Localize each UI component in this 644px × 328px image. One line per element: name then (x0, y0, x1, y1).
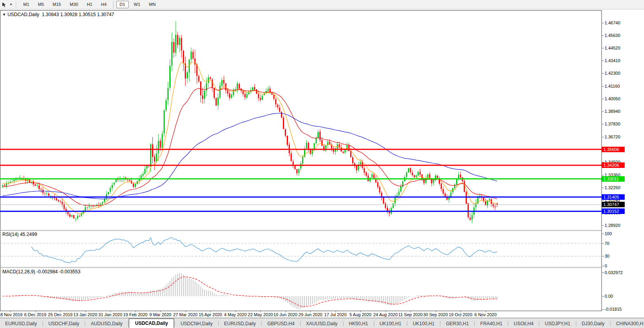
chart-canvas[interactable] (0, 10, 601, 311)
date-axis-label: 13 Jan 2020 (73, 312, 97, 317)
current-price-badge: 1.30747 (602, 202, 625, 207)
price-axis-tick: 1.40050 (605, 96, 620, 101)
chart-ohlc-values: 1.30843 1.30928 1.30515 1.30747 (42, 12, 114, 17)
date-axis-label: 24 Aug 2020 (373, 312, 398, 317)
date-axis-label: 27 Mar 2020 (173, 312, 198, 317)
chart-window: ▼USDCAD,Daily 1.30843 1.30928 1.30515 1.… (0, 10, 644, 318)
price-axis-tick: 1.42300 (605, 71, 620, 76)
chart-tab-bar: EURUSD,DailyUSDCHF,DailyAUDUSD,DailyUSDC… (0, 318, 644, 328)
price-axis[interactable]: 1.467401.456301.445201.434101.423001.411… (601, 10, 644, 311)
timeframe-button-m1[interactable]: M1 (20, 1, 33, 8)
chart-tab-usdcad-daily[interactable]: USDCAD,Daily (129, 319, 174, 328)
tab-separator (440, 321, 440, 326)
rsi-axis-tick: 30 (605, 254, 609, 258)
tab-separator (218, 321, 219, 326)
date-axis-label: 30 Sep 2020 (423, 312, 447, 317)
rsi-axis-tick: 100 (605, 231, 612, 236)
timeframe-button-m30[interactable]: M30 (66, 1, 82, 8)
timeframe-button-h1[interactable]: H1 (83, 1, 96, 8)
chart-tab-usdjpy-h1[interactable]: USDJPY,H1 (540, 319, 575, 328)
tab-separator (610, 321, 611, 326)
chart-tab-eurusd-daily[interactable]: EURUSD,Daily (219, 319, 261, 328)
toolbar-grip-handle[interactable] (15, 2, 17, 8)
price-axis-tick: 1.41160 (605, 84, 620, 88)
chart-tab-xauusd-daily[interactable]: XAUUSD,Daily (301, 319, 343, 328)
chart-tab-usdcnh-daily[interactable]: USDCNH,Daily (175, 319, 217, 328)
tab-separator (474, 321, 475, 326)
tab-separator (261, 321, 262, 326)
timeframe-button-m15[interactable]: M15 (49, 1, 65, 8)
date-axis-label: 11 Sep 2020 (398, 312, 423, 317)
date-axis-label: 25 Dec 2019 (48, 312, 72, 317)
timeframe-button-mn[interactable]: MN (145, 1, 159, 8)
price-axis-tick: 1.45630 (605, 33, 620, 38)
date-axis-label: 10 Jun 2020 (273, 312, 297, 317)
rsi-indicator-label: RSI(14) 45.2499 (2, 232, 37, 237)
date-axis-label: 29 Jun 2020 (299, 312, 323, 317)
timeframe-button-m5[interactable]: M5 (34, 1, 47, 8)
price-axis-tick: 1.38940 (605, 109, 620, 114)
date-axis-label: 19 Oct 2020 (449, 312, 472, 317)
tab-separator (374, 321, 374, 326)
chart-tab-ger30-h1[interactable]: GER30,H1 (441, 319, 474, 328)
chart-panes[interactable]: ▼USDCAD,Daily 1.30843 1.30928 1.30515 1.… (0, 10, 601, 311)
date-axis-label: 22 May 2020 (248, 312, 273, 317)
level-price-badge: 1.30152 (602, 208, 625, 214)
price-axis-tick: 1.28920 (605, 223, 620, 228)
macd-axis-tick: 0.032972 (605, 270, 623, 275)
tab-separator (43, 321, 43, 326)
timeframe-button-w1[interactable]: W1 (130, 1, 144, 8)
level-price-badge: 1.34206 (602, 162, 625, 168)
chart-tab-china300-h1[interactable]: CHINA300,H1 (611, 319, 644, 328)
date-axis-label: 9 Mar 2020 (149, 312, 171, 317)
tab-separator (128, 321, 128, 326)
chart-tab-eurusd-daily[interactable]: EURUSD,Daily (0, 319, 42, 328)
price-axis-tick: 1.36720 (605, 135, 620, 139)
price-axis-tick: 1.44520 (605, 46, 620, 50)
date-axis-label: 31 Jan 2020 (98, 312, 122, 317)
tab-separator (539, 321, 539, 326)
chart-tab-audusd-daily[interactable]: AUDUSD,Daily (85, 319, 128, 328)
date-axis-label: 19 Feb 2020 (123, 312, 148, 317)
rsi-axis-tick: 0 (605, 264, 607, 268)
chart-cursor-icon[interactable] (0, 2, 8, 8)
toolbar-separator (113, 1, 113, 8)
date-axis-label: 5 Aug 2020 (349, 312, 371, 317)
top-toolbar: ▼ M1M5M15M30H1H4 D1W1MN (0, 0, 644, 9)
price-axis-tick: 1.37830 (605, 122, 620, 126)
price-axis-tick: 1.46740 (605, 20, 620, 25)
chart-tab-fra40-h1[interactable]: FRA40,H1 (475, 319, 507, 328)
tab-separator (407, 321, 407, 326)
chart-symbol-label: USDCAD,Daily (7, 12, 39, 17)
date-axis-label: 18 Nov 2019 (0, 312, 22, 317)
date-axis-label: 17 Jul 2020 (324, 312, 347, 317)
chart-tab-gbpusd-h4[interactable]: GBPUSD,H4 (262, 319, 299, 328)
tab-separator (576, 321, 576, 326)
price-axis-tick: 1.43410 (605, 58, 620, 63)
rsi-axis-tick: 70 (605, 241, 609, 246)
chart-tab-dj30-daily[interactable]: DJ30,Daily (577, 319, 610, 328)
chart-tab-uk100-h1[interactable]: UK100,H1 (408, 319, 440, 328)
chart-title: ▼USDCAD,Daily 1.30843 1.30928 1.30515 1.… (2, 12, 114, 17)
tab-separator (174, 321, 175, 326)
date-axis-label: 6 Nov 2020 (474, 312, 496, 317)
tab-separator (85, 321, 85, 326)
chart-tab-uk100-h1[interactable]: UK100,H1 (375, 319, 406, 328)
chart-tab-usdchf-daily[interactable]: USDCHF,Daily (43, 319, 85, 328)
tab-separator (300, 321, 301, 326)
chart-tab-usoil-h4[interactable]: USOil,H4 (509, 319, 538, 328)
date-axis-label: 6 Dec 2019 (24, 312, 46, 317)
timeframe-button-d1[interactable]: D1 (116, 1, 129, 8)
price-axis-tick: 1.32250 (605, 185, 620, 190)
macd-indicator-label: MACD(12,26,9) -0.002984 -0.003553 (2, 269, 80, 275)
tab-separator (343, 321, 343, 326)
timeframe-button-h4[interactable]: H4 (97, 1, 110, 8)
chart-collapse-caret[interactable]: ▼ (2, 13, 6, 17)
macd-axis-tick: 0.00 (605, 294, 613, 299)
level-price-badge: 1.31405 (602, 194, 625, 200)
date-axis[interactable]: 18 Nov 20196 Dec 201925 Dec 201913 Jan 2… (0, 311, 644, 318)
chart-tab-hk50-h1[interactable]: HK50,H1 (344, 319, 373, 328)
chart-tools-dropdown-caret[interactable]: ▼ (8, 3, 14, 6)
tab-separator (508, 321, 508, 326)
date-axis-label: 15 Apr 2020 (199, 312, 222, 317)
